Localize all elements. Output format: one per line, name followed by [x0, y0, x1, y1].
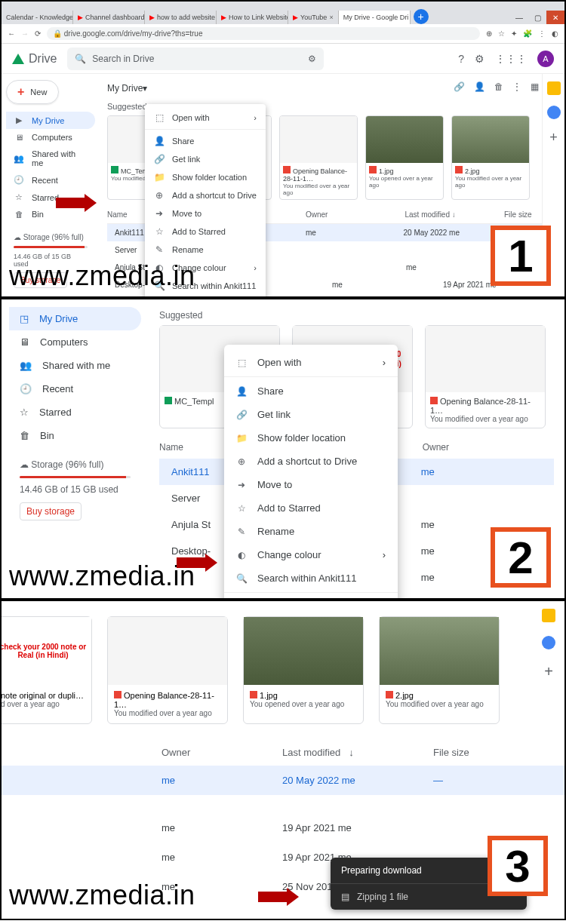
- search-input[interactable]: 🔍Search in Drive⚙: [67, 48, 324, 70]
- tasks-icon[interactable]: [547, 106, 561, 119]
- ctx-open-with[interactable]: ⬚Open with›: [145, 109, 266, 127]
- breadcrumb-mydrive[interactable]: My Drive: [107, 83, 143, 94]
- sidebar-item-shared[interactable]: 👥Shared with me: [9, 354, 141, 377]
- add-icon[interactable]: +: [549, 130, 558, 146]
- tasks-icon[interactable]: [542, 636, 555, 649]
- suggested-card[interactable]: 2.jpgYou modified over a year ago: [451, 115, 530, 200]
- step-badge-1: 1: [491, 226, 551, 286]
- more-icon[interactable]: ⋮: [512, 81, 521, 94]
- browser-tab[interactable]: ▶YouTube×: [288, 11, 339, 24]
- browser-tab-active[interactable]: My Drive - Google Dri×: [339, 11, 411, 24]
- keep-icon[interactable]: [542, 609, 555, 622]
- url-field[interactable]: 🔒 drive.google.com/drive/my-drive?ths=tr…: [47, 27, 480, 40]
- ctx-get-link[interactable]: 🔗Get link: [145, 150, 266, 168]
- avatar[interactable]: A: [537, 51, 554, 67]
- drive-header: Drive 🔍Search in Drive⚙ ? ⚙ ⋮⋮⋮ A: [2, 44, 564, 74]
- delete-icon[interactable]: 🗑: [494, 81, 503, 94]
- chevron-down-icon[interactable]: ▾: [143, 83, 147, 94]
- add-icon[interactable]: +: [544, 663, 553, 680]
- ctx-search-within[interactable]: 🔍Search within Ankit111: [224, 566, 398, 590]
- star-icon[interactable]: ☆: [498, 29, 505, 38]
- sidebar: ◳My Drive 🖥Computers 👥Shared with me 🕘Re…: [2, 299, 149, 598]
- annotation-arrow: [258, 892, 288, 902]
- suggested-card[interactable]: Opening Balance-28-11-1…You modified ove…: [107, 616, 228, 724]
- sidebar-item-computers[interactable]: 🖥Computers: [6, 129, 95, 146]
- maximize-button[interactable]: ▢: [528, 11, 546, 24]
- file-row[interactable]: me19 Apr 2021 me: [2, 813, 564, 843]
- profile-icon[interactable]: ◐: [552, 29, 558, 38]
- back-button[interactable]: ←: [8, 29, 15, 38]
- keep-icon[interactable]: [547, 81, 561, 95]
- settings-icon[interactable]: ⚙: [475, 53, 484, 65]
- buy-storage-button[interactable]: Buy storage: [20, 502, 82, 520]
- drive-icon: ◳: [20, 313, 29, 324]
- apps-icon[interactable]: ⋮⋮⋮: [495, 53, 527, 65]
- sidebar-item-recent[interactable]: 🕘Recent: [9, 377, 141, 401]
- sidebar-item-bin[interactable]: 🗑Bin: [9, 424, 141, 447]
- suggested-card[interactable]: Opening Balance-28-11-1…You modified ove…: [425, 325, 546, 428]
- ctx-get-link[interactable]: 🔗Get link: [224, 403, 398, 426]
- suggested-card[interactable]: check your 2000 note or Real (in Hindi)n…: [0, 616, 92, 724]
- address-bar: ← → ⟳ 🔒 drive.google.com/drive/my-drive?…: [2, 24, 564, 44]
- extensions-icon[interactable]: ✦: [511, 29, 517, 38]
- ctx-move-to[interactable]: ➜Move to: [145, 204, 266, 223]
- ctx-show-location[interactable]: 📁Show folder location: [145, 168, 266, 186]
- sidebar-item-bin[interactable]: 🗑Bin: [6, 206, 95, 223]
- suggested-card[interactable]: 2.jpgYou modified over a year ago: [379, 616, 500, 724]
- link-icon[interactable]: 🔗: [454, 81, 465, 94]
- ctx-change-colour[interactable]: ◐Change colour›: [224, 543, 398, 566]
- new-tab-button[interactable]: +: [414, 9, 429, 24]
- forward-button[interactable]: →: [21, 29, 29, 38]
- sidebar-item-computers[interactable]: 🖥Computers: [9, 330, 141, 354]
- sidebar-item-mydrive[interactable]: ▶My Drive: [6, 112, 95, 129]
- ctx-add-starred[interactable]: ☆Add to Starred: [145, 223, 266, 241]
- minimize-button[interactable]: —: [510, 11, 528, 24]
- ctx-show-location[interactable]: 📁Show folder location: [224, 426, 398, 450]
- suggested-card[interactable]: 1.jpgYou opened over a year ago: [365, 115, 444, 200]
- menu-icon[interactable]: ⋮: [538, 29, 546, 38]
- suggested-label: Suggested: [159, 310, 554, 321]
- browser-tab[interactable]: Calendar - Knowledge×: [2, 11, 73, 24]
- search-icon[interactable]: ⊕: [486, 29, 492, 38]
- browser-tab[interactable]: ▶how to add website lin×: [145, 11, 217, 24]
- browser-tab[interactable]: ▶Channel dashboard -×: [73, 11, 145, 24]
- suggested-card[interactable]: Opening Balance-28-11-1…You modified ove…: [279, 115, 358, 200]
- ctx-add-starred[interactable]: ☆Add to Starred: [224, 496, 398, 520]
- ctx-share[interactable]: 👤Share: [145, 132, 266, 150]
- sidebar-item-starred[interactable]: ☆Starred: [9, 401, 141, 424]
- suggested-card[interactable]: 1.jpgYou opened over a year ago: [243, 616, 364, 724]
- file-row[interactable]: [2, 795, 564, 813]
- search-icon: 🔍: [75, 54, 86, 64]
- drive-icon: ▶: [14, 115, 24, 125]
- grid-icon[interactable]: ▦: [531, 81, 539, 94]
- puzzle-icon[interactable]: 🧩: [523, 29, 532, 38]
- side-panel: +: [536, 609, 561, 680]
- close-button[interactable]: ✕: [546, 11, 564, 24]
- drive-logo[interactable]: Drive: [12, 52, 57, 66]
- ctx-move-to[interactable]: ➜Move to: [224, 473, 398, 496]
- zip-icon: ▤: [341, 892, 349, 902]
- sidebar-item-shared[interactable]: 👥Shared with me: [6, 146, 95, 171]
- ctx-share[interactable]: 👤Share: [224, 379, 398, 403]
- ctx-open-with[interactable]: ⬚Open with›: [224, 351, 398, 374]
- new-button[interactable]: +New: [6, 80, 59, 104]
- context-menu: ⬚Open with› 👤Share 🔗Get link 📁Show folde…: [224, 345, 398, 600]
- storage-bar: [14, 246, 88, 248]
- help-icon[interactable]: ?: [458, 53, 464, 65]
- ctx-rename[interactable]: ✎Rename: [224, 520, 398, 543]
- panel-1: Calendar - Knowledge× ▶Channel dashboard…: [0, 0, 566, 298]
- ctx-add-shortcut[interactable]: ⊕Add a shortcut to Drive: [145, 186, 266, 204]
- filter-icon[interactable]: ⚙: [308, 54, 316, 64]
- sidebar-item-recent[interactable]: 🕘Recent: [6, 171, 95, 189]
- share-icon[interactable]: 👤: [474, 81, 485, 94]
- reload-button[interactable]: ⟳: [35, 29, 41, 38]
- ctx-rename[interactable]: ✎Rename: [145, 241, 266, 259]
- storage-section: ☁ Storage (96% full) 14.46 GB of 15 GB u…: [9, 459, 141, 520]
- drive-icon: [12, 54, 24, 64]
- sidebar-item-mydrive[interactable]: ◳My Drive: [9, 307, 141, 330]
- browser-tab[interactable]: ▶How to Link Website t×: [217, 11, 288, 24]
- watermark: www.zmedia.in: [9, 260, 195, 292]
- toast-body: Zipping 1 file: [357, 892, 408, 902]
- file-row-selected[interactable]: me20 May 2022 me—: [2, 766, 564, 795]
- ctx-add-shortcut[interactable]: ⊕Add a shortcut to Drive: [224, 450, 398, 473]
